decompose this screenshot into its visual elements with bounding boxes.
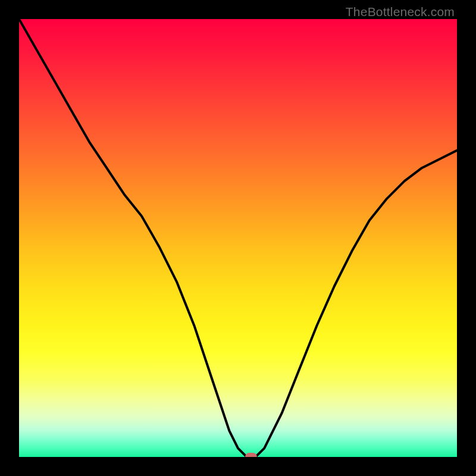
plot-area [19,19,457,457]
bottleneck-curve-path [19,19,457,457]
watermark-text: TheBottleneck.com [346,5,455,19]
chart-frame: TheBottleneck.com [0,0,476,476]
bottleneck-curve-svg [19,19,457,457]
optimal-point-marker [245,453,257,457]
